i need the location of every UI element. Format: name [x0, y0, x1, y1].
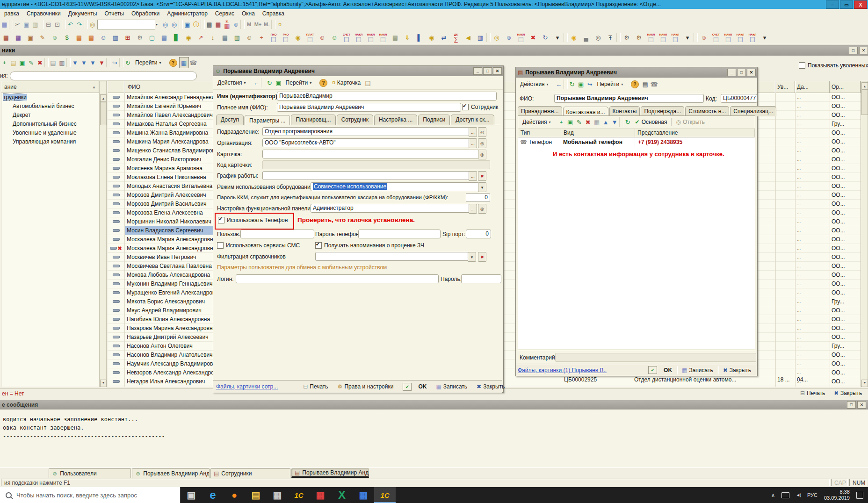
org-column-header[interactable]: Ор... [830, 81, 861, 93]
search-doc-icon[interactable]: ◎ [491, 32, 503, 43]
undo-icon[interactable]: ↶ [66, 19, 75, 29]
catalog-filter-dropdown-icon[interactable]: ▾ [468, 252, 476, 262]
repair-icon[interactable]: ⚙ [633, 32, 645, 43]
card-button[interactable]: ¤Карточка [329, 79, 363, 87]
orders-list-icon[interactable]: ▤ [219, 32, 231, 43]
menu-item[interactable]: Справка [259, 10, 288, 17]
filter-history-icon[interactable]: ▼ [88, 57, 97, 68]
exchange-icon[interactable]: ⇄ [438, 32, 450, 43]
func-panel-input[interactable]: Администратор [311, 204, 470, 213]
reminders-checkbox[interactable]: Получать напоминания о проценке ЗЧ [315, 242, 424, 249]
task-view-icon[interactable]: ▣ [181, 487, 202, 503]
actions-button[interactable]: Действия▾ [215, 79, 252, 87]
excel-icon[interactable]: X [331, 487, 353, 503]
phone-panel-icon[interactable]: ☎ [189, 57, 198, 68]
tree-item[interactable]: Декрет [1, 111, 100, 120]
print-button[interactable]: ⊟Печать [797, 389, 828, 397]
print-icon[interactable]: ⊟ [44, 19, 53, 29]
refresh-icon[interactable]: ↻ [265, 78, 274, 88]
move-up-icon[interactable]: ▲ [601, 117, 610, 127]
fired-column-header[interactable]: Ув... [775, 81, 795, 93]
schedule-clear-icon[interactable]: ✖ [478, 171, 486, 181]
copy-item-icon[interactable]: ▣ [566, 117, 575, 127]
fio-input[interactable]: Порываев Владимир Андреевич [554, 94, 704, 103]
tools-icon[interactable]: ⚙ [621, 32, 633, 43]
tree-item[interactable]: Автомобильный бизнес [1, 102, 100, 111]
notifications-icon[interactable] [856, 492, 863, 499]
red-app-icon[interactable]: ▦ [310, 487, 331, 503]
refresh-icon[interactable]: ↻ [568, 79, 577, 89]
cancel-icon[interactable]: ✖ [527, 32, 539, 43]
user-settings-icon[interactable]: ☺ [231, 19, 240, 29]
catalogs-icon[interactable]: ▥ [109, 32, 122, 43]
open-contact-button[interactable]: ◎Открыть [673, 118, 708, 126]
main-contact-button[interactable]: ✔Основная [632, 118, 670, 126]
goods-receipt-icon[interactable]: ▊ [170, 32, 182, 43]
clock[interactable]: 8:38 03.09.2019 [824, 489, 850, 501]
card-tab[interactable]: Специализац... [730, 106, 776, 116]
coins-icon[interactable]: ◉ [292, 32, 304, 43]
output-icon[interactable]: ↪ [586, 79, 594, 89]
name-input[interactable]: ПорываевВладимир [277, 92, 497, 101]
organization-input[interactable]: ООО "Борисоглебск-АВТО" [262, 138, 470, 147]
reread-icon[interactable]: ← [252, 78, 261, 88]
list-scrollbar[interactable]: ▲ ▲ [861, 81, 868, 387]
payment-icon[interactable]: ПЛАТ▤ [304, 32, 316, 43]
menu-item[interactable]: Администратор [164, 10, 211, 17]
separator[interactable] [240, 20, 245, 29]
coins2-icon[interactable]: ◉ [426, 32, 438, 43]
catalog-filter-select[interactable] [315, 252, 470, 261]
department-select-button[interactable]: ... [469, 127, 477, 137]
delete-icon[interactable]: ✖ [584, 117, 593, 127]
print-button[interactable]: ⊟Печать [300, 382, 331, 391]
service-key-icon[interactable]: ¤ [275, 19, 284, 29]
panel-list-icon[interactable]: ▤ [363, 78, 372, 88]
card-tab[interactable]: Принадлежн... [518, 106, 562, 116]
delete-icon[interactable]: ✖ [36, 57, 44, 68]
reread-icon[interactable]: ← [555, 79, 564, 89]
lamp-icon[interactable]: ◉ [568, 32, 580, 43]
separator[interactable] [66, 58, 71, 67]
1c-icon[interactable]: 1С [288, 487, 310, 503]
move-group-icon[interactable]: ▥ [58, 57, 66, 68]
dropdown3-icon[interactable]: ▾ [759, 32, 771, 43]
volume-icon[interactable]: ◄) [796, 493, 801, 497]
add-group-icon[interactable]: ▤ [9, 57, 18, 68]
kkm-password-input[interactable]: 0 [466, 193, 490, 202]
copy-icon[interactable]: ▣ [22, 19, 31, 29]
close-button[interactable]: X [854, 0, 867, 9]
type-column-header[interactable]: Тип [518, 129, 561, 137]
maximize-icon[interactable]: □ [737, 69, 746, 76]
float-panel-icon[interactable]: □ [847, 401, 856, 409]
edit-icon[interactable]: ✎ [27, 57, 36, 68]
contact-row[interactable]: ☎ Телефон Мобильный телефон +7 (919) 243… [518, 137, 755, 147]
ok-button[interactable]: ✔OK [399, 382, 430, 392]
dialog-tab[interactable]: Параметры ... [245, 115, 290, 125]
doc-journal-icon[interactable]: ▤ [158, 32, 170, 43]
doc-refresh-icon[interactable]: ↻ [539, 32, 551, 43]
separator[interactable] [119, 58, 123, 67]
add-icon[interactable]: + [0, 57, 9, 68]
info-icon[interactable]: ⓘ [192, 19, 201, 29]
organization-open-icon[interactable]: ◎ [478, 138, 486, 148]
close-icon[interactable]: ✕ [857, 401, 866, 409]
cut-icon[interactable]: ✂ [13, 19, 22, 29]
1c-active-icon[interactable]: 1С [374, 487, 396, 503]
menu-item[interactable]: Документы [65, 10, 101, 17]
close-button[interactable]: ✖Закрыть [720, 366, 754, 374]
card-tab[interactable]: Стоимость н... [685, 106, 729, 116]
kind-column-header[interactable]: Вид [561, 129, 635, 137]
menu-item[interactable]: Сервис [212, 10, 238, 17]
organization-select-button[interactable]: ... [469, 138, 477, 148]
password-input[interactable] [461, 274, 501, 283]
wheel-icon[interactable]: ◎ [592, 32, 604, 43]
comment-field[interactable] [555, 353, 756, 362]
window-tab[interactable]: ☺ Порываев Владимир Андре... [132, 468, 210, 478]
employees-icon[interactable]: ☺ [97, 32, 109, 43]
separator[interactable] [84, 20, 88, 29]
book-blue-icon[interactable]: ▥ [474, 32, 486, 43]
department-input[interactable]: Отдел программирования [262, 127, 470, 136]
actions-button[interactable]: Действия▾ [517, 80, 555, 88]
output-list-icon[interactable]: ↪ [110, 57, 119, 68]
restore-button[interactable]: ▭ [840, 0, 853, 9]
